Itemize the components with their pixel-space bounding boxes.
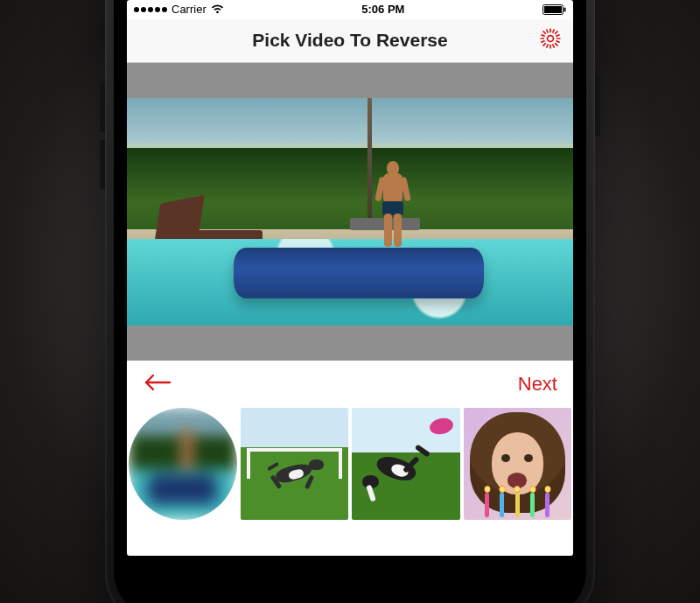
wifi-icon	[211, 4, 224, 14]
svg-line-19	[547, 30, 548, 32]
thumbnail-pool-jump[interactable]	[129, 408, 237, 520]
status-bar: Carrier 5:06 PM	[127, 0, 573, 19]
svg-point-3	[548, 36, 554, 42]
phone-body: Carrier 5:06 PM	[105, 0, 595, 603]
nav-header: Pick Video To Reverse	[127, 19, 573, 63]
svg-line-9	[556, 44, 557, 46]
svg-line-11	[556, 32, 557, 33]
status-time: 5:06 PM	[224, 3, 542, 16]
arrow-left-icon	[143, 373, 172, 396]
svg-line-10	[543, 44, 545, 46]
page-title: Pick Video To Reverse	[252, 30, 447, 51]
video-preview-frame	[127, 98, 573, 326]
svg-line-14	[556, 41, 559, 42]
thumbnail-dog-frisbee[interactable]	[352, 408, 460, 520]
status-left: Carrier	[134, 3, 224, 16]
svg-rect-1	[544, 6, 562, 13]
svg-rect-2	[564, 7, 566, 11]
next-button[interactable]: Next	[518, 373, 557, 396]
svg-line-16	[547, 45, 548, 47]
video-preview-area[interactable]	[127, 63, 573, 361]
thumbnail-dog-goalpost[interactable]	[241, 408, 349, 520]
thumbnail-image	[241, 408, 349, 520]
carrier-label: Carrier	[172, 3, 206, 16]
thumbnail-image	[464, 408, 572, 520]
svg-line-17	[542, 41, 544, 42]
preview-person	[373, 161, 413, 257]
phone-bezel: Carrier 5:06 PM	[114, 0, 586, 603]
thumbnail-girl-candles[interactable]	[464, 408, 572, 520]
phone-power-button	[595, 74, 600, 136]
battery-icon	[542, 4, 566, 15]
svg-line-8	[543, 32, 545, 33]
status-right	[542, 4, 566, 15]
toolbar: Next	[127, 361, 573, 408]
svg-line-12	[553, 30, 554, 32]
phone-device-frame: Carrier 5:06 PM	[105, 0, 595, 603]
settings-button[interactable]	[538, 28, 563, 53]
phone-screen: Carrier 5:06 PM	[127, 0, 573, 556]
preview-mattress	[234, 248, 484, 298]
thumbnail-strip	[127, 408, 573, 522]
svg-line-13	[556, 35, 559, 36]
thumbnail-image	[129, 408, 237, 520]
gear-icon	[539, 27, 562, 53]
back-button[interactable]	[143, 373, 172, 396]
svg-line-15	[553, 45, 554, 47]
cellular-signal-icon	[134, 7, 167, 12]
thumbnail-image	[352, 408, 460, 520]
svg-line-18	[542, 35, 544, 36]
